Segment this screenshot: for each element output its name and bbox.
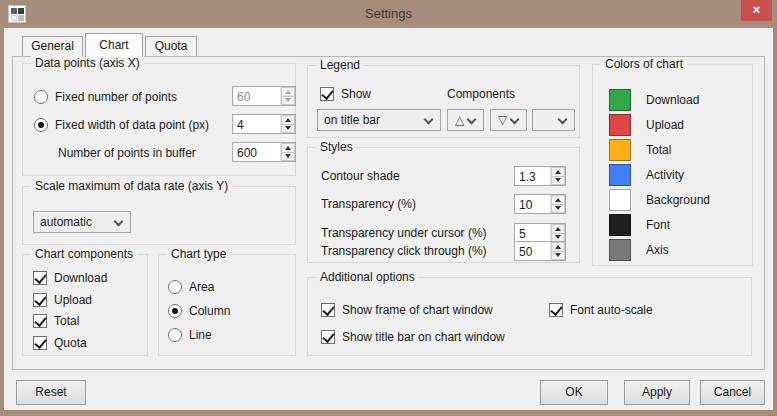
reset-button[interactable]: Reset: [16, 380, 86, 405]
spin-up-button[interactable]: [551, 167, 565, 177]
buffer-spinner[interactable]: 600: [232, 142, 296, 162]
fixed-number-value[interactable]: 60: [233, 87, 280, 105]
triangle-down-icon: [555, 235, 561, 239]
transparency-click-spinner[interactable]: 50: [514, 241, 566, 261]
color-swatch-axis[interactable]: [609, 239, 631, 261]
cancel-button[interactable]: Cancel: [700, 380, 765, 405]
spin-down-button[interactable]: [551, 252, 565, 261]
triangle-down-icon: [555, 253, 561, 257]
triangle-up-icon: [555, 198, 561, 202]
group-scale-y-title: Scale maximum of data rate (axis Y): [31, 179, 232, 193]
buffer-value[interactable]: 600: [233, 143, 280, 161]
checkbox-font-autoscale[interactable]: [549, 303, 563, 317]
radio-column[interactable]: [168, 304, 182, 318]
spin-up-button[interactable]: [281, 143, 295, 153]
spin-down-button[interactable]: [551, 177, 565, 186]
legend-symbol-dropdown-3[interactable]: [532, 109, 575, 131]
group-colors-of-chart-title: Colors of chart: [601, 57, 687, 71]
checkbox-total[interactable]: [33, 314, 47, 328]
triangle-up-icon: [285, 90, 291, 94]
spin-up-button[interactable]: [551, 242, 565, 252]
tab-quota-label: Quota: [155, 39, 188, 53]
fixed-width-spinner[interactable]: 4: [232, 114, 296, 134]
color-axis-label: Axis: [646, 243, 669, 258]
close-icon: ×: [753, 2, 761, 17]
tab-chart-label: Chart: [99, 38, 128, 52]
tab-chart[interactable]: Chart: [85, 33, 143, 57]
transparency-cursor-value[interactable]: 5: [515, 224, 550, 242]
chevron-down-icon: [558, 115, 568, 125]
color-swatch-background[interactable]: [609, 189, 631, 211]
group-legend: Legend Show Components on title bar △ ▽: [307, 65, 580, 138]
checkbox-legend-show[interactable]: [320, 87, 334, 101]
window-title: Settings: [0, 6, 777, 21]
triangle-up-icon: [285, 146, 291, 150]
color-swatch-upload[interactable]: [609, 114, 631, 136]
ok-button[interactable]: OK: [540, 380, 608, 405]
group-additional-options-title: Additional options: [316, 270, 419, 284]
spin-down-button[interactable]: [281, 97, 295, 106]
transparency-spinner[interactable]: 10: [514, 194, 566, 214]
triangle-up-icon: [285, 118, 291, 122]
group-styles: Styles Contour shade 1.3 Transparency (%…: [307, 147, 580, 263]
spin-up-button[interactable]: [281, 115, 295, 125]
group-scale-y: Scale maximum of data rate (axis Y) auto…: [22, 186, 296, 245]
legend-symbol-dropdown-2[interactable]: ▽: [490, 109, 527, 131]
transparency-click-value[interactable]: 50: [515, 242, 550, 260]
color-activity-label: Activity: [646, 168, 684, 183]
settings-window: Settings × General Chart Quota Data poin…: [0, 0, 777, 416]
tab-general[interactable]: General: [22, 36, 83, 56]
checkbox-quota[interactable]: [33, 336, 47, 350]
color-swatch-font[interactable]: [609, 214, 631, 236]
radio-fixed-width-label: Fixed width of data point (px): [55, 118, 209, 133]
legend-symbol-dropdown-1[interactable]: △: [447, 109, 484, 131]
spin-down-button[interactable]: [281, 153, 295, 162]
checkbox-font-autoscale-label: Font auto-scale: [570, 303, 653, 318]
triangle-down-outline-icon: ▽: [498, 113, 507, 128]
tab-general-label: General: [31, 39, 74, 53]
title-bar[interactable]: Settings ×: [0, 0, 777, 28]
dialog-client-area: General Chart Quota Data points (axis X)…: [4, 28, 773, 410]
spin-down-button[interactable]: [551, 205, 565, 214]
legend-position-dropdown[interactable]: on title bar: [317, 109, 441, 131]
fixed-number-spinner[interactable]: 60: [232, 86, 296, 106]
spin-up-button[interactable]: [281, 87, 295, 97]
close-button[interactable]: ×: [741, 0, 772, 21]
spin-down-button[interactable]: [281, 125, 295, 134]
tab-quota[interactable]: Quota: [145, 36, 197, 56]
transparency-cursor-label: Transparency under cursor (%): [321, 226, 487, 241]
triangle-up-icon: [555, 227, 561, 231]
color-swatch-activity[interactable]: [609, 164, 631, 186]
radio-area[interactable]: [168, 280, 182, 294]
triangle-down-icon: [285, 126, 291, 130]
transparency-label: Transparency (%): [321, 197, 416, 212]
contour-shade-value[interactable]: 1.3: [515, 167, 550, 185]
checkbox-show-frame[interactable]: [321, 303, 335, 317]
transparency-value[interactable]: 10: [515, 195, 550, 213]
legend-position-selected: on title bar: [324, 113, 380, 128]
transparency-click-label: Transparency click through (%): [321, 244, 487, 259]
chevron-down-icon: [424, 115, 434, 125]
triangle-down-icon: [285, 98, 291, 102]
scale-max-dropdown[interactable]: automatic: [33, 211, 131, 233]
chevron-down-icon: [510, 115, 520, 125]
apply-button[interactable]: Apply: [624, 380, 690, 405]
group-colors-of-chart: Colors of chart Download Upload Total Ac…: [592, 64, 753, 266]
spin-up-button[interactable]: [551, 195, 565, 205]
radio-fixed-width[interactable]: [34, 118, 48, 132]
radio-line[interactable]: [168, 328, 182, 342]
transparency-cursor-spinner[interactable]: 5: [514, 223, 566, 243]
radio-column-label: Column: [189, 304, 230, 319]
contour-shade-spinner[interactable]: 1.3: [514, 166, 566, 186]
checkbox-download[interactable]: [33, 271, 47, 285]
group-data-points: Data points (axis X) Fixed number of poi…: [22, 63, 296, 176]
fixed-width-value[interactable]: 4: [233, 115, 280, 133]
checkbox-show-titlebar[interactable]: [321, 330, 335, 344]
radio-fixed-number[interactable]: [34, 90, 48, 104]
triangle-down-icon: [285, 154, 291, 158]
spin-up-button[interactable]: [551, 224, 565, 234]
checkbox-upload[interactable]: [33, 293, 47, 307]
color-swatch-total[interactable]: [609, 139, 631, 161]
color-download-label: Download: [646, 93, 699, 108]
color-swatch-download[interactable]: [609, 89, 631, 111]
